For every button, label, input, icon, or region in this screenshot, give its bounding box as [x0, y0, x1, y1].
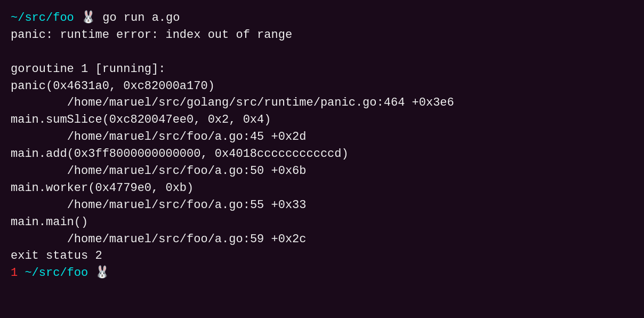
panic-call-line: panic(0x4631a0, 0xc82000a170) [11, 78, 633, 95]
terminal-window: ~/src/foo 🐰 go run a.go panic: runtime e… [11, 10, 633, 308]
rabbit-icon-2: 🐰 [88, 265, 109, 282]
mainmain-text: main.main() [11, 214, 88, 231]
indent-1 [11, 94, 67, 112]
mainadd-location-line: /home/maruel/src/foo/a.go:50 +0x6b [11, 163, 633, 180]
prompt-path: ~/src/foo [11, 10, 74, 27]
error-text: panic: runtime error: index out of range [11, 27, 292, 44]
next-prompt-line: 1 ~/src/foo 🐰 [11, 265, 633, 282]
command-line: ~/src/foo 🐰 go run a.go [11, 10, 633, 27]
mainadd-location-text: /home/maruel/src/foo/a.go:50 +0x6b [67, 163, 307, 180]
goroutine-text: goroutine 1 [running]: [11, 61, 165, 78]
prompt-path-2: ~/src/foo [18, 265, 88, 282]
goroutine-line: goroutine 1 [running]: [11, 61, 633, 78]
sumslice-line: main.sumSlice(0xc820047ee0, 0x2, 0x4) [11, 112, 633, 129]
mainadd-line: main.add(0x3ff8000000000000, 0x4018ccccc… [11, 146, 633, 163]
exit-line: exit status 2 [11, 248, 633, 265]
indent-2 [11, 129, 67, 146]
mainworker-line: main.worker(0x4779e0, 0xb) [11, 180, 633, 197]
panic-call-text: panic(0x4631a0, 0xc82000a170) [11, 78, 215, 95]
panic-location-line: /home/maruel/src/golang/src/runtime/pani… [11, 94, 633, 112]
sumslice-location-line: /home/maruel/src/foo/a.go:45 +0x2d [11, 129, 633, 146]
mainmain-location-line: /home/maruel/src/foo/a.go:59 +0x2c [11, 231, 633, 248]
panic-line: panic: runtime error: index out of range [11, 27, 633, 44]
prompt-number: 1 [11, 265, 18, 282]
mainadd-text: main.add(0x3ff8000000000000, 0x4018ccccc… [11, 146, 349, 163]
mainworker-location-text: /home/maruel/src/foo/a.go:55 +0x33 [67, 197, 307, 214]
mainmain-location-text: /home/maruel/src/foo/a.go:59 +0x2c [67, 231, 307, 248]
sumslice-text: main.sumSlice(0xc820047ee0, 0x2, 0x4) [11, 112, 271, 129]
exit-text: exit status 2 [11, 248, 102, 265]
mainmain-line: main.main() [11, 214, 633, 231]
rabbit-icon-1: 🐰 [74, 10, 95, 27]
sumslice-location-text: /home/maruel/src/foo/a.go:45 +0x2d [67, 129, 307, 146]
indent-3 [11, 163, 67, 180]
command-text: go run a.go [95, 10, 180, 27]
mainworker-text: main.worker(0x4779e0, 0xb) [11, 180, 194, 197]
mainworker-location-line: /home/maruel/src/foo/a.go:55 +0x33 [11, 197, 633, 214]
panic-location-text: /home/maruel/src/golang/src/runtime/pani… [67, 94, 454, 112]
blank-line-1 [11, 44, 633, 61]
indent-4 [11, 197, 67, 214]
indent-5 [11, 231, 67, 248]
